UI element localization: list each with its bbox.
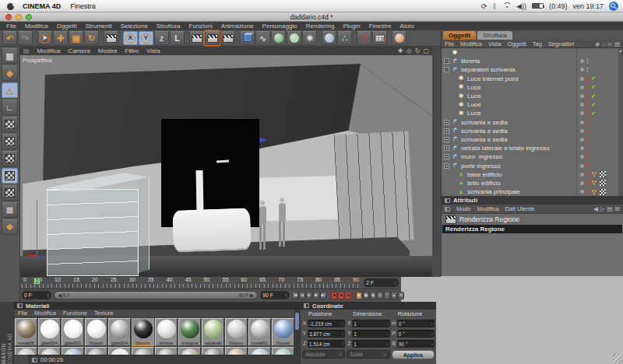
activate-dot[interactable] [580,190,584,194]
z-axis-lock-button[interactable]: z [154,31,169,45]
activate-dot[interactable] [580,164,584,168]
add-spline-button[interactable]: ∿ [255,31,270,45]
panel-grip-icon[interactable] [17,303,23,308]
point-mode-button[interactable] [2,151,18,166]
material-thumbnail[interactable]: metal01 [248,318,271,346]
activate-dot[interactable] [580,68,584,72]
wifi-icon[interactable] [502,2,511,9]
menu-file[interactable]: File [6,23,16,30]
undo-button[interactable]: ↶ [2,31,17,45]
visibility-dots[interactable] [586,102,589,107]
menu-plugin[interactable]: Plugin [343,23,360,30]
coord-mode-dropdown[interactable]: Scala▼ [347,350,389,359]
activate-dot[interactable] [580,86,584,89]
menu-animazione[interactable]: Animazione [221,23,254,30]
move-tool-button[interactable]: ✚ [53,31,68,45]
object-row[interactable]: ✱Luce✔ [442,100,623,109]
panel-icon[interactable]: ▤ [614,40,620,47]
material-thumbnail[interactable] [62,347,84,355]
menu-struttura[interactable]: Struttura [157,23,181,30]
bluetooth-icon[interactable]: ᛒ [493,2,497,10]
model-mode-button[interactable]: ◆ [2,65,18,81]
visibility-dots[interactable] [586,189,589,194]
material-thumbnail[interactable] [248,347,271,355]
material-thumbnail[interactable] [85,347,107,355]
timeline-range-slider[interactable]: ◀ 0 F 90 F ▶ [54,291,258,299]
menu-rendering[interactable]: Rendering [306,23,335,30]
viewport-scene[interactable]: Prospettiva [20,55,432,277]
visibility-dots[interactable] [586,180,589,186]
activate-dot[interactable] [580,121,584,124]
y-axis-lock-button[interactable]: Y [139,31,153,45]
mat-menu-modifica[interactable]: Modifica [34,310,56,317]
visibility-dots[interactable] [586,85,589,90]
om-menu-file[interactable]: File [445,40,454,47]
stepper-icon[interactable]: ↕ [342,321,344,326]
expand-toggle[interactable]: + [444,145,449,151]
frame-snap-button[interactable]: ∷ [384,292,390,299]
range-start-field[interactable]: 0 F↕ [22,291,51,299]
visibility-dots[interactable] [586,120,589,125]
autokey-button[interactable]: ▣ [363,292,369,299]
visibility-dots[interactable] [586,137,589,142]
render-in-picture-viewer-button[interactable] [205,31,220,45]
material-thumbnail[interactable] [132,347,154,355]
activate-dot[interactable] [580,155,584,159]
add-particles-button[interactable]: ∴ [337,31,352,45]
layout-corner-button[interactable]: ⊞ [398,292,404,299]
viewport-menu-mostra[interactable]: Mostra [98,47,117,54]
viewport-menu-filtro[interactable]: Filtro [125,47,139,54]
object-row[interactable]: ▲tetto edificio [442,179,623,187]
visibility-dots[interactable] [586,58,589,64]
material-thumbnail[interactable] [155,347,178,355]
menu-funzioni[interactable]: Funzioni [189,23,213,30]
enabled-check-icon[interactable]: ✔ [591,93,596,100]
object-row[interactable]: ✱Luce internet point✔ [442,75,623,83]
coord-value-field[interactable]: 1↕ [352,330,389,338]
material-thumbnail[interactable] [15,347,37,355]
prev-frame-button[interactable]: ◀ [299,292,305,299]
back-icon[interactable]: ◀ [593,205,598,212]
current-frame-marker[interactable]: 2 [33,278,40,285]
material-thumbnail[interactable]: insegna [178,318,201,346]
viewport-menu-camera[interactable]: Camera [68,47,90,54]
live-selection-button[interactable]: ➤ [37,31,52,45]
attributes-section-bar[interactable]: Renderizza Regione [442,225,622,233]
visibility-dots[interactable] [586,93,589,99]
object-row[interactable]: +↱vetrata laterale e telaio ingresso [442,144,623,152]
expand-icon[interactable]: ⊞ [615,205,620,212]
filter-icon[interactable]: ◈ [595,40,600,47]
om-menu-segnalibri[interactable]: Segnalibri [548,40,574,47]
workplane-mode-button[interactable] [2,134,18,149]
viewport-panel-icon[interactable]: ▤ [23,47,30,54]
visibility-dots[interactable] [586,163,589,169]
attr-menu-modifica[interactable]: Modifica [477,205,499,212]
play-button[interactable]: ▶ [306,292,312,299]
lock-icon[interactable]: ▤ [607,205,613,212]
object-row[interactable]: +↱porte ingresso [442,161,623,170]
make-editable-button[interactable]: ▦ [2,48,18,64]
coord-value-field[interactable]: 0 °↕ [397,330,435,338]
activate-dot[interactable] [580,103,584,107]
object-row[interactable]: ✱Luce✔ [442,83,623,92]
phong-tag-icon[interactable] [591,189,597,195]
material-thumbnail[interactable]: separab [202,318,224,346]
mat-menu-file[interactable]: File [18,310,27,317]
object-list-scrollbar[interactable] [618,48,623,196]
rotate-tool-button[interactable]: ↻ [84,31,99,45]
expand-toggle[interactable]: + [444,128,449,134]
stepper-icon[interactable]: ↕ [342,341,344,346]
coord-value-field[interactable]: 90 °↕ [397,340,435,348]
spotlight-icon[interactable] [609,2,618,11]
menu-modifica[interactable]: Modifica [25,23,48,30]
material-thumbnail[interactable] [178,347,201,355]
object-mode-button[interactable]: △ [2,82,18,98]
edge-mode-button[interactable] [2,168,18,184]
coord-value-field[interactable]: 0 °↕ [397,320,435,327]
goto-start-button[interactable]: |◀ [292,292,298,299]
material-thumbnail[interactable]: Nuovo [272,318,294,346]
visibility-dots[interactable] [586,154,589,159]
om-menu-tag[interactable]: Tag [533,40,542,47]
panel-grip-icon[interactable] [445,207,450,212]
zoom-view-icon[interactable]: ◎ [407,48,412,54]
